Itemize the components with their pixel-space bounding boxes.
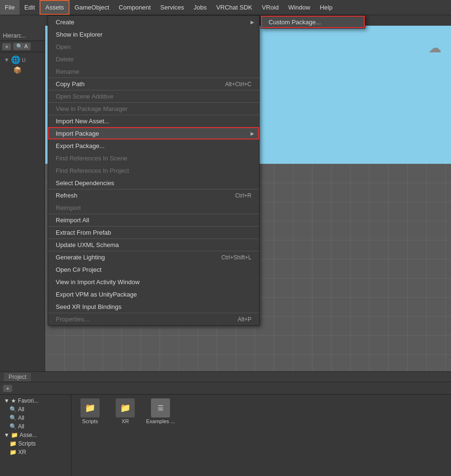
- menu-open-scene-label: Open Scene Additive: [56, 93, 113, 100]
- submenu-custom-package[interactable]: Custom Package...: [261, 16, 365, 28]
- menu-delete: Delete: [48, 53, 259, 65]
- menu-extract-prefab-label: Extract From Prefab: [56, 229, 111, 236]
- hierarchy-search-button[interactable]: 🔍 A: [13, 42, 31, 50]
- file-label-scripts: Scripts: [82, 418, 98, 424]
- project-toolbar: +: [0, 382, 451, 395]
- menu-create-label: Create: [56, 19, 74, 26]
- cloud-icon: ☁: [428, 40, 441, 56]
- menu-seed-xr[interactable]: Seed XR Input Bindings: [48, 300, 259, 313]
- menu-properties-shortcut: Alt+P: [223, 316, 251, 323]
- menu-seed-xr-label: Seed XR Input Bindings: [56, 303, 121, 310]
- project-add-button[interactable]: +: [3, 385, 12, 392]
- menu-copy-path[interactable]: Copy Path Alt+Ctrl+C: [48, 78, 259, 90]
- menu-gameobject[interactable]: GameObject: [70, 0, 114, 15]
- menu-rename-label: Rename: [56, 68, 79, 75]
- tree-xr-label: 📁 XR: [10, 449, 26, 456]
- menu-show-explorer-label: Show in Explorer: [56, 31, 102, 38]
- menu-copy-path-label: Copy Path: [56, 80, 85, 88]
- menu-component[interactable]: Component: [114, 0, 155, 15]
- menu-export-vpm[interactable]: Export VPM as UnityPackage: [48, 288, 259, 300]
- project-tab[interactable]: Project: [4, 373, 31, 381]
- bottom-panel: Project + ▼ ★ Favori... 🔍 All 🔍 All 🔍 Al…: [0, 371, 451, 476]
- menu-window[interactable]: Window: [283, 0, 315, 15]
- hierarchy-add-button[interactable]: +: [2, 43, 11, 50]
- menu-rename: Rename: [48, 65, 259, 78]
- tree-item-all-2[interactable]: 🔍 All: [0, 414, 71, 422]
- hierarchy-child-item[interactable]: 📦: [10, 65, 45, 75]
- tree-scripts-label: 📁 Scripts: [10, 440, 36, 447]
- menu-properties: Properties... Alt+P: [48, 313, 259, 325]
- menu-refresh-shortcut: Ctrl+R: [221, 192, 251, 199]
- tree-all-3-label: 🔍 All: [10, 423, 24, 430]
- hierarchy-content: ▼ 🌐 U 📦: [0, 52, 45, 77]
- hierarchy-item[interactable]: ▼ 🌐 U: [0, 54, 45, 65]
- menu-delete-label: Delete: [56, 56, 74, 63]
- menu-extract-prefab[interactable]: Extract From Prefab: [48, 226, 259, 238]
- menu-view-package: View in Package Manager: [48, 102, 259, 115]
- menu-open-csharp-label: Open C# Project: [56, 266, 101, 273]
- menu-reimport-all-label: Reimport All: [56, 217, 89, 224]
- project-files: 📁 Scripts 📁 XR ☰ Examples ...: [71, 395, 451, 476]
- bottom-tab-bar: Project: [0, 372, 451, 382]
- tree-item-favorites[interactable]: ▼ ★ Favori...: [0, 397, 71, 405]
- menu-edit[interactable]: Edit: [20, 0, 40, 15]
- menu-import-package-label: Import Package: [56, 130, 99, 137]
- menu-open-scene: Open Scene Additive: [48, 90, 259, 102]
- tree-item-assets[interactable]: ▼ 📁 Asse...: [0, 431, 71, 439]
- file-icon-examples: ☰: [151, 398, 170, 417]
- project-content: ▼ ★ Favori... 🔍 All 🔍 All 🔍 All ▼ 📁 Asse…: [0, 395, 451, 476]
- menu-reimport: Reimport: [48, 201, 259, 214]
- menu-vrchat-sdk[interactable]: VRChat SDK: [211, 0, 257, 15]
- tree-item-all-1[interactable]: 🔍 All: [0, 405, 71, 414]
- tree-all-2-label: 🔍 All: [10, 415, 24, 421]
- file-icon-scripts: 📁: [80, 398, 100, 417]
- menu-help[interactable]: Help: [315, 0, 337, 15]
- menu-view-package-label: View in Package Manager: [56, 105, 128, 112]
- hierarchy-header: Hierarc...: [0, 30, 45, 41]
- file-label-examples: Examples ...: [146, 418, 175, 424]
- menu-import-activity-label: View in Import Activity Window: [56, 278, 140, 286]
- file-item-xr[interactable]: 📁 XR: [109, 397, 142, 475]
- menu-find-refs-project-label: Find References In Project: [56, 167, 129, 174]
- menu-refresh[interactable]: Refresh Ctrl+R: [48, 189, 259, 201]
- menu-create[interactable]: Create: [48, 16, 259, 28]
- menu-assets[interactable]: Assets: [40, 0, 70, 15]
- menu-import-package[interactable]: Import Package: [48, 127, 259, 139]
- menu-select-deps[interactable]: Select Dependencies: [48, 177, 259, 189]
- menu-properties-label: Properties...: [56, 316, 89, 323]
- tree-item-scripts[interactable]: 📁 Scripts: [0, 439, 71, 448]
- menu-open: Open: [48, 40, 259, 53]
- file-item-scripts[interactable]: 📁 Scripts: [73, 397, 107, 475]
- submenu-custom-package-label: Custom Package...: [269, 19, 321, 26]
- menu-copy-path-shortcut: Alt+Ctrl+C: [211, 81, 251, 88]
- import-package-submenu: Custom Package...: [261, 15, 365, 29]
- tree-favorites-label: ▼ ★ Favori...: [4, 397, 39, 404]
- menu-find-refs-scene: Find References In Scene: [48, 152, 259, 164]
- menu-services[interactable]: Services: [156, 0, 189, 15]
- file-label-xr: XR: [121, 418, 129, 424]
- menu-vroid[interactable]: VRoid: [257, 0, 283, 15]
- menu-export-package[interactable]: Export Package...: [48, 139, 259, 152]
- tree-all-1-label: 🔍 All: [10, 406, 24, 413]
- menu-import-new-asset[interactable]: Import New Asset...: [48, 115, 259, 127]
- menu-show-explorer[interactable]: Show in Explorer: [48, 28, 259, 40]
- menu-generate-lighting[interactable]: Generate Lighting Ctrl+Shift+L: [48, 251, 259, 263]
- tree-item-xr[interactable]: 📁 XR: [0, 448, 71, 456]
- menu-bar: File Edit Assets GameObject Component Se…: [0, 0, 451, 15]
- menu-generate-lighting-shortcut: Ctrl+Shift+L: [207, 254, 251, 261]
- tree-item-all-3[interactable]: 🔍 All: [0, 422, 71, 431]
- file-item-examples[interactable]: ☰ Examples ...: [144, 397, 177, 475]
- project-tree: ▼ ★ Favori... 🔍 All 🔍 All 🔍 All ▼ 📁 Asse…: [0, 395, 71, 476]
- menu-file[interactable]: File: [0, 0, 20, 15]
- menu-generate-lighting-label: Generate Lighting: [56, 254, 105, 261]
- menu-update-uxml-label: Update UXML Schema: [56, 241, 119, 248]
- menu-jobs[interactable]: Jobs: [189, 0, 211, 15]
- menu-open-csharp[interactable]: Open C# Project: [48, 263, 259, 276]
- tree-assets-label: ▼ 📁 Asse...: [4, 432, 37, 438]
- menu-import-activity[interactable]: View in Import Activity Window: [48, 276, 259, 288]
- menu-import-new-asset-label: Import New Asset...: [56, 118, 110, 125]
- menu-export-package-label: Export Package...: [56, 142, 105, 149]
- hierarchy-title: Hierarc...: [3, 32, 26, 39]
- menu-update-uxml[interactable]: Update UXML Schema: [48, 238, 259, 251]
- menu-reimport-all[interactable]: Reimport All: [48, 214, 259, 226]
